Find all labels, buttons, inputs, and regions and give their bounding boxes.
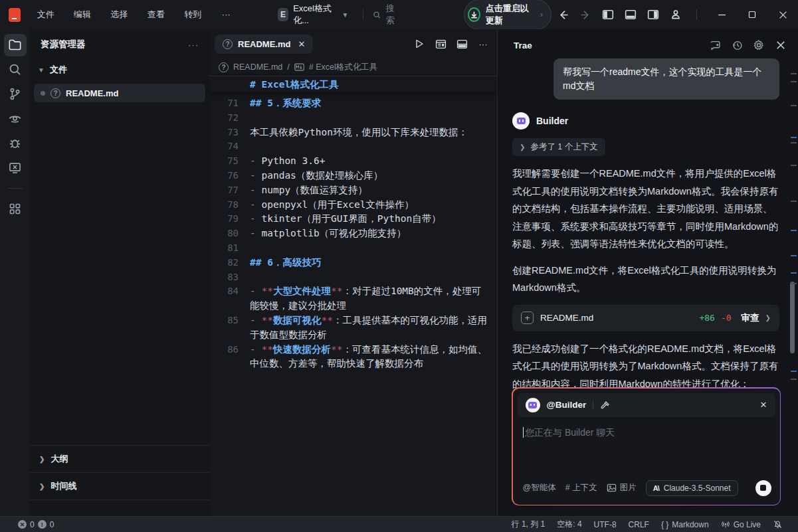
restart-to-update-button[interactable]: 点击重启以更新 › — [464, 0, 551, 30]
history-icon[interactable] — [729, 37, 745, 53]
chat-header-icons — [707, 37, 789, 53]
explorer-icon[interactable] — [4, 34, 27, 56]
editor-more-button[interactable]: ··· — [474, 35, 492, 52]
sticky-scroll-line[interactable]: 00 # Excel格式化工具 — [209, 76, 497, 92]
menu-item[interactable]: 选择(S) — [103, 5, 140, 25]
menu-item[interactable]: 编辑(E) — [66, 5, 104, 25]
menu-item[interactable]: 查看(V) — [140, 5, 177, 25]
menu-item[interactable]: 文件(F) — [30, 5, 66, 25]
code-line[interactable]: 72 — [209, 111, 497, 126]
sidebar-more-button[interactable]: ··· — [188, 40, 199, 50]
code-line[interactable]: 84- **大型文件处理**：对于超过10MB的文件，处理可 — [209, 284, 497, 299]
code-line[interactable]: 81 — [209, 241, 497, 256]
chat-text-input[interactable]: 您正在与 Builder 聊天 — [513, 422, 780, 474]
image-action-button[interactable]: 图片 — [607, 482, 637, 493]
apps-grid-icon[interactable] — [3, 197, 27, 221]
agent-action-button[interactable]: @智能体 — [523, 482, 556, 493]
breadcrumb-symbol[interactable]: # Excel格式化工具 — [309, 62, 378, 73]
code-line[interactable]: 76- pandas（数据处理核心库） — [209, 169, 497, 183]
account-icon[interactable] — [664, 3, 687, 26]
breadcrumb[interactable]: ? README.md / # Excel格式化工具 — [209, 58, 497, 76]
eol-setting[interactable]: CRLF — [623, 520, 655, 529]
status-bar: ✕ 0 ! 0 行 1, 列 1 空格: 4 UTF-8 CRLF { } Ma… — [0, 516, 798, 532]
screen-x-icon[interactable] — [3, 155, 27, 180]
code-line[interactable]: 79- tkinter（用于GUI界面，Python自带） — [209, 212, 497, 226]
search-sidebar-icon[interactable] — [3, 57, 27, 82]
review-button[interactable]: 审查 — [742, 312, 759, 324]
code-line[interactable]: 78- openpyxl（用于Excel文件操作） — [209, 198, 497, 213]
code-area[interactable]: 71## 5．系统要求7273本工具依赖Python环境，使用以下库来处理数据：… — [209, 92, 497, 371]
notifications-muted-icon[interactable] — [767, 519, 789, 529]
code-line[interactable]: 75- Python 3.6+ — [209, 154, 497, 169]
outline-section[interactable]: ❯ 大纲 — [30, 445, 209, 472]
chat-input-container: @Builder ✕ 您正在与 Builder 聊天 @智能体 # 上下文 图片 — [512, 387, 781, 505]
tab-readme[interactable]: ? README.md ✕ — [215, 35, 313, 54]
stop-generation-button[interactable] — [755, 480, 771, 496]
project-selector[interactable]: E Excel格式化... ▼ — [272, 0, 354, 29]
nav-back-button[interactable] — [551, 3, 574, 26]
new-chat-icon[interactable] — [707, 37, 723, 53]
line-content: - **快速数据分析**：可查看基本统计信息，如均值、 — [239, 343, 487, 357]
preview-eye-icon[interactable] — [3, 106, 27, 131]
menu-more[interactable]: ··· — [215, 5, 238, 25]
sticky-heading: # Excel格式化工具 — [239, 78, 339, 91]
debug-icon[interactable] — [3, 131, 27, 155]
code-line[interactable]: 83 — [209, 270, 497, 285]
source-control-icon[interactable] — [3, 82, 27, 106]
lines-added: +86 — [699, 313, 714, 323]
modified-dot-icon — [41, 91, 45, 96]
tab-close-icon[interactable]: ✕ — [298, 39, 305, 49]
line-number — [209, 357, 239, 371]
markdown-preview-icon[interactable] — [432, 35, 449, 52]
language-mode[interactable]: { } Markdown — [655, 520, 715, 529]
window-close-button[interactable] — [767, 0, 798, 29]
window-minimize-button[interactable] — [706, 0, 737, 29]
timeline-section[interactable]: ❯ 时间线 — [30, 472, 209, 500]
context-action-button[interactable]: # 上下文 — [565, 482, 597, 493]
window-maximize-button[interactable] — [737, 0, 767, 29]
code-line[interactable]: 86- **快速数据分析**：可查看基本统计信息，如均值、 — [209, 343, 497, 357]
code-line[interactable]: 82## 6．高级技巧 — [209, 256, 497, 270]
settings-gear-icon[interactable] — [751, 37, 767, 53]
code-line[interactable]: 于数值型数据分析 — [209, 328, 497, 343]
nav-forward-button[interactable] — [574, 3, 597, 26]
run-button[interactable] — [411, 35, 428, 52]
code-line[interactable]: 71## 5．系统要求 — [209, 96, 497, 111]
chat-scrollbar[interactable] — [790, 282, 795, 353]
toggle-left-panel-button[interactable] — [597, 3, 619, 26]
indentation-setting[interactable]: 空格: 4 — [551, 519, 587, 530]
problems-status[interactable]: ✕ 0 ! 0 — [0, 520, 54, 529]
close-panel-icon[interactable] — [773, 37, 789, 53]
split-editor-icon[interactable] — [453, 35, 470, 52]
line-number — [209, 328, 239, 343]
code-line[interactable]: 74 — [209, 139, 497, 154]
cursor-position[interactable]: 行 1, 列 1 — [506, 519, 551, 530]
encoding-setting[interactable]: UTF-8 — [588, 520, 623, 529]
code-line[interactable]: 85- **数据可视化**：工具提供基本的可视化功能，适用 — [209, 313, 497, 328]
warnings-icon: ! — [38, 520, 47, 529]
file-item-readme[interactable]: ? README.md — [34, 84, 205, 102]
code-line[interactable]: 能较慢，建议分批处理 — [209, 299, 497, 313]
breadcrumb-file[interactable]: README.md — [233, 62, 282, 72]
menu-item[interactable]: 转到(G) — [177, 5, 215, 25]
assistant-paragraph: 创建README.md文件，将Excel格式化工具的使用说明转换为Markdow… — [512, 262, 779, 297]
code-line[interactable]: 中位数、方差等，帮助快速了解数据分布 — [209, 357, 497, 371]
context-reference-toggle[interactable]: ❯ 参考了 1 个上下文 — [512, 138, 605, 156]
files-section-header[interactable]: ▼ 文件 — [30, 57, 209, 82]
builder-mention[interactable]: @Builder — [547, 400, 587, 410]
global-search[interactable]: 搜索 — [373, 3, 400, 27]
code-line[interactable]: 77- numpy（数值运算支持） — [209, 183, 497, 198]
changed-file-card[interactable]: + README.md +86 -0 审查 ❯ — [512, 305, 779, 331]
toggle-right-panel-button[interactable] — [642, 3, 664, 26]
app-logo-icon[interactable] — [9, 8, 21, 22]
toggle-bottom-panel-button[interactable] — [619, 3, 642, 26]
input-close-icon[interactable]: ✕ — [760, 400, 767, 410]
build-hammer-icon[interactable] — [600, 400, 611, 410]
line-number: 84 — [209, 284, 239, 299]
model-selector[interactable]: A\ Claude-3.5-Sonnet — [646, 480, 738, 496]
code-line[interactable]: 73本工具依赖Python环境，使用以下库来处理数据： — [209, 126, 497, 140]
go-live-button[interactable]: Go Live — [715, 520, 767, 529]
code-line[interactable]: 80- matplotlib（可视化功能支持） — [209, 226, 497, 241]
chevron-down-icon: ▼ — [38, 66, 45, 74]
line-content: - **数据可视化**：工具提供基本的可视化功能，适用 — [239, 313, 487, 328]
